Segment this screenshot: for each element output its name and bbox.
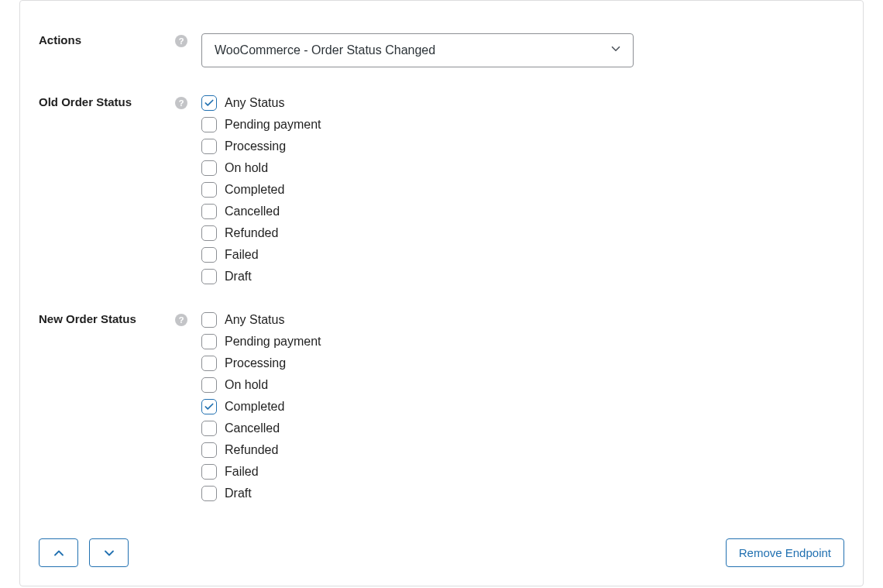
- new-status-label: New Order Status: [39, 312, 136, 325]
- checkbox-label: On hold: [225, 378, 268, 392]
- old-status-checkbox-item[interactable]: On hold: [201, 160, 844, 176]
- help-icon[interactable]: ?: [175, 35, 187, 47]
- checkbox-box[interactable]: [201, 312, 217, 328]
- help-icon[interactable]: ?: [175, 314, 187, 326]
- move-up-button[interactable]: [39, 538, 78, 567]
- chevron-down-icon: [101, 545, 117, 561]
- new-status-field: Any StatusPending paymentProcessingOn ho…: [201, 312, 844, 501]
- checkbox-box[interactable]: [201, 247, 217, 263]
- new-status-row: New Order Status ? Any StatusPending pay…: [20, 312, 863, 501]
- checkbox-label: Any Status: [225, 96, 284, 110]
- check-icon: [204, 98, 215, 108]
- new-status-checkbox-item[interactable]: Any Status: [201, 312, 844, 328]
- checkbox-label: Failed: [225, 248, 259, 262]
- endpoint-settings-panel: Actions ? WooCommerce - Order Status Cha…: [19, 0, 864, 586]
- actions-select-wrap: WooCommerce - Order Status Changed: [201, 33, 634, 67]
- old-status-label-col: Old Order Status ?: [39, 95, 201, 284]
- panel-footer: Remove Endpoint: [20, 529, 863, 586]
- actions-field: WooCommerce - Order Status Changed: [201, 33, 844, 67]
- actions-label: Actions: [39, 33, 81, 46]
- checkbox-box[interactable]: [201, 160, 217, 176]
- old-status-checkbox-list: Any StatusPending paymentProcessingOn ho…: [201, 95, 844, 284]
- checkbox-label: Cancelled: [225, 205, 280, 218]
- checkbox-label: Cancelled: [225, 421, 280, 435]
- checkbox-box[interactable]: [201, 95, 217, 111]
- new-status-checkbox-list: Any StatusPending paymentProcessingOn ho…: [201, 312, 844, 501]
- checkbox-box[interactable]: [201, 464, 217, 480]
- checkbox-label: Any Status: [225, 313, 284, 327]
- checkbox-label: Completed: [225, 183, 284, 197]
- checkbox-label: Completed: [225, 400, 284, 414]
- checkbox-box[interactable]: [201, 117, 217, 132]
- move-down-button[interactable]: [89, 538, 129, 567]
- reorder-buttons: [39, 538, 129, 567]
- checkbox-box[interactable]: [201, 204, 217, 219]
- old-status-checkbox-item[interactable]: Completed: [201, 182, 844, 198]
- actions-selected-text: WooCommerce - Order Status Changed: [215, 43, 435, 57]
- old-status-checkbox-item[interactable]: Processing: [201, 139, 844, 154]
- remove-button-label: Remove Endpoint: [739, 546, 831, 559]
- checkbox-box[interactable]: [201, 421, 217, 436]
- checkbox-label: Pending payment: [225, 118, 321, 132]
- old-status-label: Old Order Status: [39, 95, 132, 108]
- old-status-checkbox-item[interactable]: Pending payment: [201, 117, 844, 132]
- checkbox-label: On hold: [225, 161, 268, 175]
- actions-select[interactable]: WooCommerce - Order Status Changed: [201, 33, 634, 67]
- old-status-checkbox-item[interactable]: Cancelled: [201, 204, 844, 219]
- old-status-checkbox-item[interactable]: Failed: [201, 247, 844, 263]
- checkbox-box[interactable]: [201, 182, 217, 198]
- actions-label-col: Actions ?: [39, 33, 201, 67]
- checkbox-box[interactable]: [201, 225, 217, 241]
- old-status-checkbox-item[interactable]: Draft: [201, 269, 844, 284]
- remove-endpoint-button[interactable]: Remove Endpoint: [726, 538, 844, 567]
- checkbox-box[interactable]: [201, 269, 217, 284]
- checkbox-label: Processing: [225, 356, 286, 370]
- checkbox-label: Draft: [225, 487, 252, 500]
- new-status-checkbox-item[interactable]: Refunded: [201, 442, 844, 458]
- new-status-checkbox-item[interactable]: On hold: [201, 377, 844, 393]
- checkbox-box[interactable]: [201, 486, 217, 501]
- checkbox-label: Pending payment: [225, 335, 321, 349]
- checkbox-label: Refunded: [225, 226, 278, 240]
- old-status-row: Old Order Status ? Any StatusPending pay…: [20, 95, 863, 284]
- new-status-checkbox-item[interactable]: Completed: [201, 399, 844, 414]
- checkbox-label: Draft: [225, 270, 252, 284]
- checkbox-box[interactable]: [201, 334, 217, 349]
- checkbox-box[interactable]: [201, 399, 217, 414]
- check-icon: [204, 401, 215, 412]
- new-status-label-col: New Order Status ?: [39, 312, 201, 501]
- new-status-checkbox-item[interactable]: Draft: [201, 486, 844, 501]
- old-status-checkbox-item[interactable]: Refunded: [201, 225, 844, 241]
- new-status-checkbox-item[interactable]: Processing: [201, 356, 844, 371]
- new-status-checkbox-item[interactable]: Cancelled: [201, 421, 844, 436]
- checkbox-box[interactable]: [201, 377, 217, 393]
- checkbox-box[interactable]: [201, 139, 217, 154]
- actions-row: Actions ? WooCommerce - Order Status Cha…: [20, 33, 863, 67]
- new-status-checkbox-item[interactable]: Failed: [201, 464, 844, 480]
- old-status-checkbox-item[interactable]: Any Status: [201, 95, 844, 111]
- checkbox-label: Failed: [225, 465, 259, 479]
- checkbox-box[interactable]: [201, 356, 217, 371]
- old-status-field: Any StatusPending paymentProcessingOn ho…: [201, 95, 844, 284]
- help-icon[interactable]: ?: [175, 97, 187, 109]
- checkbox-box[interactable]: [201, 442, 217, 458]
- checkbox-label: Processing: [225, 139, 286, 153]
- chevron-up-icon: [51, 545, 67, 561]
- checkbox-label: Refunded: [225, 443, 278, 457]
- new-status-checkbox-item[interactable]: Pending payment: [201, 334, 844, 349]
